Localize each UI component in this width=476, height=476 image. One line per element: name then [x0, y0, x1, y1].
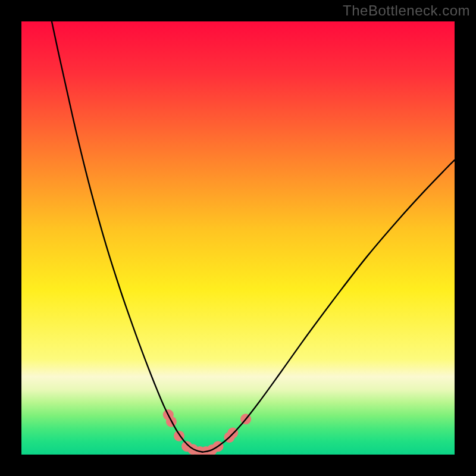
series-left-curve: [52, 21, 202, 452]
chart-stage: TheBottleneck.com: [0, 0, 476, 476]
plot-area: [21, 21, 455, 455]
marker-group: [163, 409, 251, 455]
watermark-text: TheBottleneck.com: [343, 2, 470, 19]
series-right-curve: [202, 160, 455, 452]
curve-layer: [21, 21, 455, 455]
